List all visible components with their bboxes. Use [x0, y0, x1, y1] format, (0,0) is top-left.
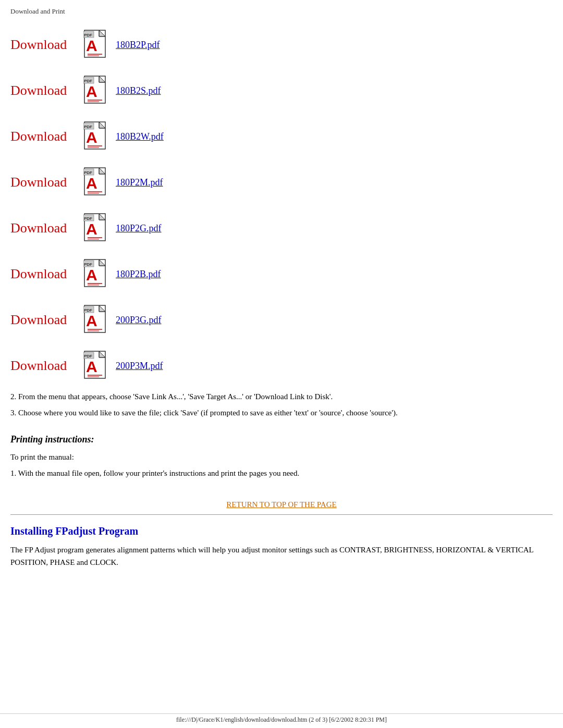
pdf-icon: PDF A: [83, 75, 111, 106]
download-row: Download PDF A 180P2G.pdf: [10, 207, 553, 249]
download-row: Download PDF A 180P2B.pdf: [10, 253, 553, 295]
section-divider-hr: [10, 514, 553, 515]
download-label: Download: [10, 83, 83, 98]
svg-text:A: A: [86, 129, 97, 146]
pdf-icon: PDF A: [83, 29, 111, 60]
printing-heading: Printing instructions:: [10, 434, 553, 445]
download-list: Download PDF A 180B2P.pdfDownload PDF: [10, 24, 553, 387]
instruction-step3: 3. Choose where you would like to save t…: [10, 407, 553, 419]
printing-section: Printing instructions: To print the manu…: [10, 434, 553, 479]
printing-intro: To print the manual:: [10, 451, 553, 463]
pdf-file-link[interactable]: 180P2B.pdf: [116, 269, 161, 280]
pdf-icon: PDF A: [83, 304, 111, 336]
svg-text:A: A: [86, 312, 97, 329]
pdf-file-link[interactable]: 180B2W.pdf: [116, 131, 164, 142]
installing-body: The FP Adjust program generates alignmen…: [10, 544, 553, 569]
svg-text:A: A: [86, 37, 97, 54]
download-row: Download PDF A 200P3G.pdf: [10, 299, 553, 341]
download-row: Download PDF A 180B2W.pdf: [10, 116, 553, 157]
pdf-file-link[interactable]: 180B2P.pdf: [116, 40, 160, 51]
printing-step1: 1. With the manual file open, follow you…: [10, 467, 553, 479]
download-label: Download: [10, 266, 83, 282]
pdf-file-link[interactable]: 180B2S.pdf: [116, 85, 161, 96]
download-row: Download PDF A 180P2M.pdf: [10, 162, 553, 203]
instruction-step2: 2. From the menu that appears, choose 'S…: [10, 391, 553, 403]
installing-section: Installing FPadjust Program The FP Adjus…: [10, 525, 553, 569]
pdf-file-link[interactable]: 200P3M.pdf: [116, 361, 163, 372]
return-to-top-link[interactable]: RETURN TO TOP OF THE PAGE: [226, 500, 336, 509]
download-label: Download: [10, 312, 83, 328]
pdf-file-link[interactable]: 180P2M.pdf: [116, 177, 163, 188]
svg-text:A: A: [86, 83, 97, 100]
pdf-icon: PDF A: [83, 258, 111, 290]
download-label: Download: [10, 220, 83, 236]
pdf-icon: PDF A: [83, 213, 111, 244]
pdf-file-link[interactable]: 200P3G.pdf: [116, 315, 162, 326]
top-bar-label: Download and Print: [10, 5, 553, 16]
download-row: Download PDF A 200P3M.pdf: [10, 345, 553, 387]
svg-text:A: A: [86, 266, 97, 283]
pdf-file-link[interactable]: 180P2G.pdf: [116, 223, 162, 234]
svg-text:A: A: [86, 220, 97, 238]
download-label: Download: [10, 129, 83, 144]
download-label: Download: [10, 175, 83, 190]
pdf-icon: PDF A: [83, 121, 111, 152]
pdf-icon: PDF A: [83, 167, 111, 198]
footer-bar: file:///D|/Grace/K1/english/download/dow…: [0, 713, 563, 724]
download-label: Download: [10, 37, 83, 53]
svg-text:A: A: [86, 175, 97, 192]
return-link-container: RETURN TO TOP OF THE PAGE: [10, 500, 553, 509]
download-row: Download PDF A 180B2P.pdf: [10, 24, 553, 66]
download-row: Download PDF A 180B2S.pdf: [10, 70, 553, 112]
svg-text:A: A: [86, 358, 97, 375]
installing-heading: Installing FPadjust Program: [10, 525, 553, 537]
download-label: Download: [10, 358, 83, 374]
pdf-icon: PDF A: [83, 350, 111, 381]
